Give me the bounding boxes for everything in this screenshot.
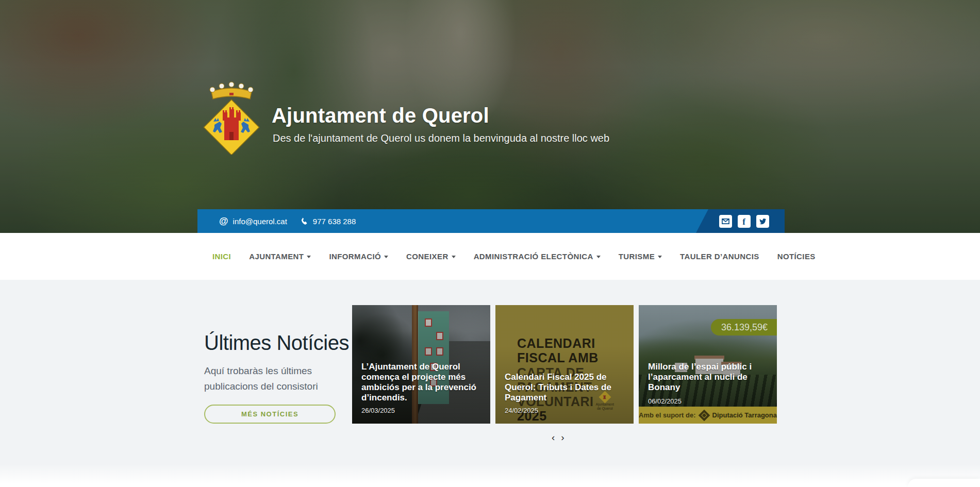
diputacio-tarragona-icon	[698, 409, 710, 421]
phone-link[interactable]: 977 638 288	[301, 217, 356, 226]
chevron-down-icon	[658, 256, 662, 258]
news-card-title: Millora de l’espai públic i l’aparcament…	[648, 362, 769, 393]
carousel-controls: ‹ ›	[552, 432, 564, 442]
chevron-down-icon	[307, 256, 311, 258]
news-card-date: 06/02/2025	[648, 397, 682, 405]
email-address: info@querol.cat	[233, 217, 287, 226]
social-icons-panel: f	[696, 209, 785, 233]
carousel-next-button[interactable]: ›	[561, 432, 564, 442]
twitter-icon[interactable]	[756, 215, 769, 228]
nav-item-inici[interactable]: INICI	[212, 252, 231, 261]
section-description: Aquí trobaràs les últimes publicacions d…	[204, 363, 323, 394]
support-strip: Amb el suport de: Diputació Tarragona	[639, 407, 777, 424]
latest-news-section: Últimes Notícies Aquí trobaràs les últim…	[0, 280, 980, 487]
nav-item-coneixer[interactable]: CONEIXER	[406, 252, 456, 261]
chevron-down-icon	[452, 256, 456, 258]
nav-item-ajuntament[interactable]: AJUNTAMENT	[249, 252, 311, 261]
hero-banner: Ajuntament de Querol Des de l'ajuntament…	[0, 0, 980, 236]
site-subtitle: Des de l'ajuntament de Querol us donem l…	[273, 132, 685, 144]
nav-item-administracio-electronica[interactable]: ADMINISTRACIÓ ELECTÒNICA	[474, 252, 601, 261]
nav-item-informacio[interactable]: INFORMACIÓ	[329, 252, 388, 261]
crown-icon	[210, 82, 253, 99]
section-bottom-fade	[0, 464, 980, 487]
phone-icon	[301, 217, 308, 225]
main-navigation: INICI AJUNTAMENT INFORMACIÓ CONEIXER ADM…	[0, 233, 980, 280]
contact-bar: @ info@querol.cat 977 638 288 f	[197, 209, 785, 233]
nav-item-noticies[interactable]: NOTÍCIES	[777, 252, 816, 261]
amount-badge: 36.139,59€	[711, 319, 777, 335]
news-card-bonany[interactable]: 36.139,59€ Millora de l’espai públic i l…	[639, 305, 777, 424]
contact-info: @ info@querol.cat 977 638 288	[197, 216, 356, 227]
chevron-down-icon	[384, 256, 388, 258]
nav-item-tauler-anuncis[interactable]: TAULER D’ANUNCIS	[680, 252, 759, 261]
news-card-calendari-fiscal[interactable]: CALENDARI FISCAL AMB CARTA DE PAGAMENT V…	[495, 305, 634, 424]
news-card-date: 24/02/2025	[505, 407, 538, 414]
facebook-icon[interactable]: f	[738, 215, 751, 228]
phone-number: 977 638 288	[313, 217, 356, 226]
carousel-prev-button[interactable]: ‹	[552, 432, 555, 442]
chevron-down-icon	[596, 256, 601, 258]
mail-icon[interactable]	[719, 215, 732, 228]
email-at-icon: @	[219, 216, 228, 227]
news-card-date: 26/03/2025	[361, 407, 395, 414]
coat-of-arms-logo	[200, 77, 263, 155]
corner-widget[interactable]	[908, 479, 980, 487]
site-title: Ajuntament de Querol	[272, 104, 684, 127]
news-card-incendis[interactable]: L’Ajuntament de Querol comença el projec…	[352, 305, 490, 424]
nav-item-turisme[interactable]: TURISME	[619, 252, 662, 261]
news-card-title: Calendari Fiscal 2025 de Querol: Tributs…	[505, 372, 625, 403]
news-card-title: L’Ajuntament de Querol comença el projec…	[361, 362, 482, 403]
news-carousel: L’Ajuntament de Querol comença el projec…	[352, 305, 777, 424]
more-news-button[interactable]: MÉS NOTÍCIES	[204, 405, 336, 424]
section-title: Últimes Notícies	[204, 331, 349, 355]
email-link[interactable]: @ info@querol.cat	[219, 216, 287, 227]
